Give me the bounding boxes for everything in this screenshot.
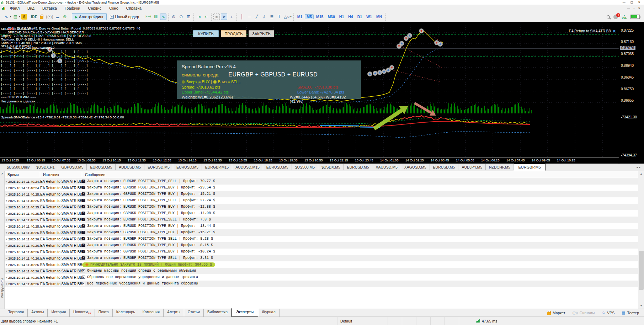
text-tool-icon[interactable]: T bbox=[276, 14, 282, 20]
menu-item[interactable]: Графики bbox=[65, 6, 80, 10]
toolbox-tab[interactable]: Активы bbox=[28, 309, 48, 317]
zoom-out-icon[interactable]: ⊖ bbox=[178, 14, 184, 20]
toolbox-tab[interactable]: Компания bbox=[139, 309, 164, 317]
log-row[interactable]: ● 2025.10.14 11:40:25.910 EA Return to S… bbox=[5, 223, 638, 229]
toolbox-tab[interactable]: Журнал bbox=[258, 309, 279, 317]
chart-tab[interactable]: EURUSD,M5 bbox=[263, 164, 292, 170]
shift-begin-icon[interactable]: ⇤ bbox=[203, 14, 209, 20]
chart-tab[interactable]: AUDUSD,M15 bbox=[232, 164, 263, 170]
menu-item[interactable]: Справка bbox=[126, 6, 142, 10]
log-row[interactable]: ● 2025.10.14 11:40:25.040 EA Return to S… bbox=[5, 191, 638, 197]
timeframe-button[interactable]: M5 bbox=[305, 14, 314, 19]
toolbox-tab[interactable]: Алерты bbox=[164, 309, 184, 317]
ide-button[interactable]: IDE bbox=[31, 15, 37, 19]
column-message[interactable]: Сообщение bbox=[82, 172, 638, 177]
log-row[interactable]: ● 2025.10.14 11:40:26.849 EA Return to S… bbox=[5, 261, 638, 268]
chart-tab[interactable]: XAUUSD,M5 bbox=[372, 164, 401, 170]
scroll-down-icon[interactable]: ▼ bbox=[638, 303, 644, 309]
log-row[interactable]: ● 2025.10.14 11:40:26.562 EA Return to S… bbox=[5, 249, 638, 255]
log-row[interactable]: ● 2025.10.14 11:40:24.882 EA Return to S… bbox=[5, 185, 638, 191]
tester-item[interactable]: ▦Тестер bbox=[622, 310, 639, 315]
line-chart-icon[interactable]: ∿ bbox=[160, 14, 166, 20]
toolbox-tab[interactable]: История bbox=[48, 309, 70, 317]
chevron-down-icon[interactable]: ▾ bbox=[290, 15, 292, 18]
chart-tab[interactable]: EURGBP,M15 bbox=[202, 164, 232, 170]
zoom-in-icon[interactable]: ⊕ bbox=[170, 14, 177, 20]
chart-window-control-button[interactable]: ✕ bbox=[638, 7, 640, 10]
window-control-button[interactable]: — bbox=[623, 1, 626, 4]
algo-trading-button[interactable]: ▶Алготрейдинг bbox=[72, 13, 106, 20]
log-row[interactable]: ● 2025.10.14 11:40:25.217 EA Return to S… bbox=[5, 197, 638, 204]
chart-tab[interactable]: EURUSD,M5 bbox=[430, 164, 459, 170]
market-item[interactable]: Маркет bbox=[547, 311, 565, 315]
cloud-icon[interactable]: ☁ bbox=[54, 14, 60, 20]
chart-tab[interactable]: $USDX,M5 bbox=[318, 164, 344, 170]
toolbox-tab[interactable]: Торговля bbox=[5, 309, 28, 317]
timeframe-button[interactable]: D1 bbox=[356, 14, 364, 19]
menu-item[interactable]: Вид bbox=[27, 6, 34, 10]
chevron-down-icon[interactable]: ▾ bbox=[10, 15, 11, 18]
log-row[interactable]: ● 2025.10.14 11:40:26.730 EA Return to S… bbox=[5, 255, 638, 261]
tile-windows-icon[interactable]: ⊞ bbox=[185, 14, 192, 20]
timeframe-button[interactable]: H4 bbox=[346, 14, 355, 19]
connection-status[interactable]: 47.65 ms bbox=[473, 317, 512, 325]
log-row[interactable]: ● 2025.10.14 11:40:26.853 EA Return to S… bbox=[5, 281, 638, 287]
crosshair-icon[interactable]: ＋ bbox=[228, 14, 235, 20]
lock-icon[interactable] bbox=[38, 14, 45, 20]
menu-item[interactable]: Вставка bbox=[42, 6, 57, 10]
chart-tab[interactable]: $US500,M5 bbox=[292, 164, 318, 170]
notifications-icon[interactable]: 1 bbox=[613, 15, 618, 19]
chart-tab[interactable]: XAGUSD,M5 bbox=[401, 164, 430, 170]
log-row[interactable]: ● 2025.10.14 11:40:25.381 EA Return to S… bbox=[5, 204, 638, 210]
log-row[interactable]: ● 2025.10.14 11:40:26.397 EA Return to S… bbox=[5, 242, 638, 249]
column-source[interactable]: Источник bbox=[40, 172, 82, 177]
indicators-icon[interactable]: ▤ bbox=[12, 14, 19, 20]
log-row[interactable]: ● 2025.10.14 11:40:26.080 EA Return to S… bbox=[5, 229, 638, 236]
chevron-down-icon[interactable]: ▾ bbox=[19, 15, 21, 18]
channel-icon[interactable]: ⫽ bbox=[261, 14, 267, 20]
trendline-icon[interactable]: ╱ bbox=[254, 14, 260, 20]
toolbox-scrollbar[interactable]: ▲ ▼ bbox=[638, 171, 644, 309]
scroll-up-icon[interactable]: ▲ bbox=[638, 171, 644, 177]
chart-tab[interactable]: EURUSD,M5 bbox=[173, 164, 202, 170]
chart-tab[interactable]: AUDJPY,M5 bbox=[458, 164, 486, 170]
dollar-icon[interactable]: $ bbox=[21, 14, 27, 20]
timeframe-button[interactable]: M30 bbox=[326, 14, 336, 19]
timeframe-button[interactable]: H1 bbox=[337, 14, 346, 19]
chart-tab[interactable]: EURUSD,M5 bbox=[144, 164, 173, 170]
sell-button[interactable]: ПРОДАТЬ bbox=[221, 30, 246, 37]
timeframe-button[interactable]: M1 bbox=[296, 14, 304, 19]
shapes-icon[interactable]: △○ bbox=[283, 14, 290, 20]
bar-chart-icon[interactable]: ‖‖ bbox=[153, 14, 159, 20]
chart-canvas[interactable]: EURGBP, M5: Euro vs Great Britain Pound … bbox=[0, 22, 619, 164]
tick-chart-icon[interactable]: ⊦⊣ bbox=[145, 14, 151, 20]
close-positions-button[interactable]: ЗАКРЫТЬ bbox=[249, 30, 274, 37]
chart-tab[interactable]: NZDCHF,M5 bbox=[486, 164, 514, 170]
signals-item[interactable]: ((•))Сигналы bbox=[573, 311, 595, 315]
log-row[interactable]: ● 2025.10.14 11:40:26.849 EA Return to S… bbox=[5, 268, 638, 274]
log-row[interactable]: ● 2025.10.14 11:40:26.853 EA Return to S… bbox=[5, 274, 638, 281]
price-axis[interactable]: 0.872250.871300.870350.869400.868450.867… bbox=[619, 22, 644, 164]
time-axis[interactable]: 13 Oct 202513 Oct 06:1513 Oct 07:3513 Oc… bbox=[0, 158, 619, 164]
chart-tab[interactable]: EURUSD,M5 bbox=[344, 164, 373, 170]
window-separator[interactable] bbox=[0, 157, 644, 158]
log-row[interactable]: ● 2025.10.14 11:40:25.548 EA Return to S… bbox=[5, 210, 638, 217]
chart-tab[interactable]: $USDX,H1 bbox=[33, 164, 58, 170]
window-separator[interactable] bbox=[0, 114, 644, 114]
new-order-button[interactable]: +Новый ордер bbox=[108, 13, 142, 20]
chart-tab[interactable]: EURUSD,M5 bbox=[87, 164, 116, 170]
log-row[interactable]: ● 2025.10.14 11:40:24.711 EA Return to S… bbox=[5, 178, 638, 185]
window-control-button[interactable]: ▢ bbox=[630, 1, 633, 4]
toolbox-tab[interactable]: Библиотека bbox=[204, 309, 231, 317]
toolbox-tab[interactable]: Почта bbox=[95, 309, 113, 317]
profile-cell[interactable]: Default bbox=[337, 317, 388, 325]
close-icon[interactable]: ✕ bbox=[1, 171, 4, 175]
fibo-lines-icon[interactable]: ≣ bbox=[268, 14, 275, 20]
broadcast-icon[interactable]: ((•)) bbox=[46, 14, 53, 20]
toolbox-tab[interactable]: Статьи bbox=[184, 309, 204, 317]
chart-window-control-button[interactable]: ▫ bbox=[633, 7, 634, 10]
community-icon[interactable]: ⊚ bbox=[62, 14, 68, 20]
chart-type-icon[interactable]: ∿ bbox=[3, 14, 10, 20]
vps-item[interactable]: ♤VPS bbox=[602, 310, 614, 315]
shift-end-icon[interactable]: ⇥ bbox=[196, 14, 202, 20]
